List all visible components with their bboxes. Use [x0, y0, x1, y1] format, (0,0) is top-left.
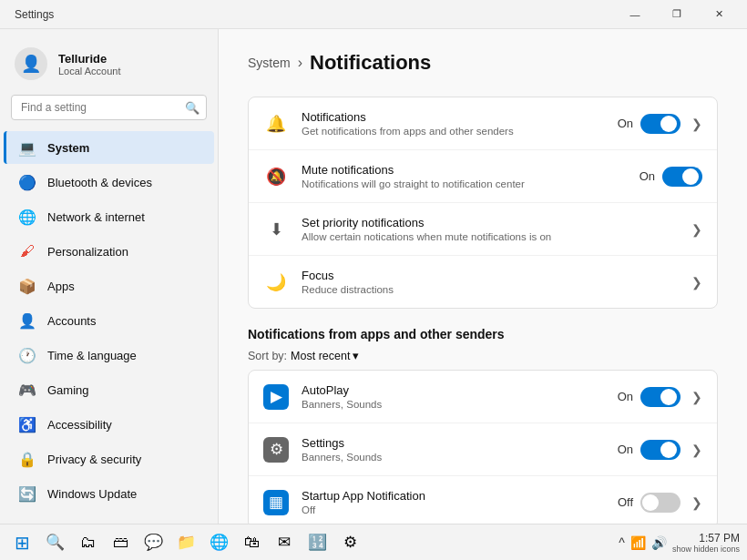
page-title: Notifications	[310, 51, 431, 75]
priority-desc: Allow certain notications when mute noti…	[302, 231, 675, 242]
bluetooth-nav-label: Bluetooth & devices	[47, 176, 152, 189]
clock[interactable]: 1:57 PM show hidden icons	[672, 532, 740, 554]
bluetooth-nav-icon: 🔵	[18, 173, 36, 191]
startup-text: Startup App Notification Off	[302, 489, 605, 515]
sidebar-item-accessibility[interactable]: ♿ Accessibility	[4, 408, 214, 441]
settings_app-control: On ❯	[618, 440, 702, 460]
settings_app-text: Settings Banners, Sounds	[302, 436, 605, 463]
start-button[interactable]: ⊞	[7, 528, 36, 557]
startup-chevron-icon: ❯	[691, 495, 702, 510]
settings_app-chevron-icon: ❯	[691, 443, 702, 457]
settings_app-title: Settings	[302, 436, 605, 450]
settings_app-toggle[interactable]	[640, 440, 680, 460]
settings_app-desc: Banners, Sounds	[302, 452, 605, 463]
sort-label: Sort by:	[248, 350, 287, 362]
network-tray-icon[interactable]: 📶	[630, 535, 646, 550]
settings_app-label: On	[618, 443, 633, 456]
update-nav-icon: 🔄	[18, 484, 36, 503]
minimize-button[interactable]: —	[614, 0, 656, 29]
accessibility-nav-label: Accessibility	[47, 418, 112, 432]
sidebar-item-system[interactable]: 💻 System	[4, 131, 214, 164]
sidebar-item-time[interactable]: 🕐 Time & language	[4, 339, 214, 372]
setting-row-mute[interactable]: 🔕 Mute notifications Notifications will …	[249, 150, 717, 203]
sort-dropdown[interactable]: Most recent ▾	[291, 349, 359, 362]
taskbar-mail[interactable]: ✉	[270, 528, 299, 557]
mute-desc: Notifications will go straight to notifi…	[302, 178, 627, 189]
sidebar-item-apps[interactable]: 📦 Apps	[4, 270, 214, 302]
taskbar-settings-pinned[interactable]: ⚙	[335, 528, 364, 557]
focus-text: Focus Reduce distractions	[302, 269, 675, 295]
taskbar-store[interactable]: 🛍	[237, 528, 266, 557]
volume-tray-icon[interactable]: 🔊	[651, 535, 667, 550]
startup-desc: Off	[302, 504, 605, 515]
system-nav-label: System	[47, 141, 89, 155]
mute-icon: 🔕	[263, 164, 289, 189]
taskbar-teams[interactable]: 💬	[138, 528, 168, 557]
gaming-nav-icon: 🎮	[18, 381, 36, 399]
mute-title: Mute notifications	[302, 163, 627, 177]
startup-toggle[interactable]	[640, 493, 680, 513]
app-row-settings_app[interactable]: ⚙ Settings Banners, Sounds On ❯	[249, 423, 717, 476]
apps-settings-card: ▶ AutoPlay Banners, Sounds On ❯ ⚙ Settin…	[248, 370, 718, 529]
search-icon: 🔍	[185, 101, 200, 115]
accessibility-nav-icon: ♿	[18, 415, 36, 433]
taskbar-calc[interactable]: 🔢	[302, 528, 332, 557]
search-taskbar-icon[interactable]: 🔍	[40, 528, 69, 557]
clock-time: 1:57 PM	[672, 532, 740, 545]
priority-text: Set priority notifications Allow certain…	[302, 216, 675, 242]
titlebar: Settings — ❐ ✕	[0, 0, 747, 29]
personalization-nav-label: Personalization	[47, 245, 128, 259]
sidebar-item-update[interactable]: 🔄 Windows Update	[4, 477, 214, 510]
sidebar-item-bluetooth[interactable]: 🔵 Bluetooth & devices	[4, 166, 214, 199]
notifications-chevron-icon: ❯	[691, 117, 702, 131]
taskbar-widgets[interactable]: 🗃	[106, 528, 135, 557]
taskbar-left: ⊞ 🔍 🗂 🗃 💬 📁 🌐 🛍 ✉ 🔢 ⚙	[7, 528, 364, 557]
taskbar: ⊞ 🔍 🗂 🗃 💬 📁 🌐 🛍 ✉ 🔢 ⚙ ^ 📶 🔊 1:57 PM show…	[0, 524, 747, 560]
notifications-toggle[interactable]	[640, 114, 680, 134]
show-hidden-icons[interactable]: ^	[619, 535, 625, 550]
setting-row-focus[interactable]: 🌙 Focus Reduce distractions ❯	[249, 256, 717, 308]
startup-app-icon: ▦	[263, 490, 289, 515]
notifications-control: On ❯	[618, 114, 702, 134]
breadcrumb-separator: ›	[298, 55, 302, 71]
autoplay-toggle[interactable]	[640, 387, 680, 407]
search-box: 🔍	[11, 95, 207, 120]
autoplay-desc: Banners, Sounds	[302, 399, 605, 410]
sidebar-item-personalization[interactable]: 🖌 Personalization	[4, 235, 214, 268]
sidebar-item-privacy[interactable]: 🔒 Privacy & security	[4, 443, 214, 475]
taskview-icon[interactable]: 🗂	[73, 528, 102, 557]
mute-text: Mute notifications Notifications will go…	[302, 163, 627, 189]
maximize-button[interactable]: ❐	[656, 0, 698, 29]
privacy-nav-label: Privacy & security	[47, 453, 141, 466]
time-nav-label: Time & language	[47, 349, 137, 362]
network-nav-icon: 🌐	[18, 208, 36, 226]
network-nav-label: Network & internet	[47, 210, 145, 224]
taskbar-explorer[interactable]: 📁	[171, 528, 200, 557]
personalization-nav-icon: 🖌	[18, 242, 36, 260]
breadcrumb-parent[interactable]: System	[248, 56, 291, 70]
taskbar-edge[interactable]: 🌐	[204, 528, 233, 557]
close-button[interactable]: ✕	[698, 0, 740, 29]
user-account-type: Local Account	[58, 66, 121, 76]
app-row-startup[interactable]: ▦ Startup App Notification Off Off ❯	[249, 476, 717, 528]
setting-row-priority[interactable]: ⬇ Set priority notifications Allow certa…	[249, 203, 717, 256]
autoplay-control: On ❯	[618, 387, 702, 407]
app-row-autoplay[interactable]: ▶ AutoPlay Banners, Sounds On ❯	[249, 371, 717, 423]
system-nav-icon: 💻	[18, 138, 36, 157]
apps-nav-icon: 📦	[18, 277, 36, 295]
priority-chevron-icon: ❯	[691, 222, 702, 237]
app-container: 👤 Telluride Local Account 🔍 💻 System 🔵 B…	[0, 29, 747, 560]
setting-row-notifications[interactable]: 🔔 Notifications Get notifications from a…	[249, 97, 717, 150]
sidebar-item-network[interactable]: 🌐 Network & internet	[4, 200, 214, 233]
sidebar: 👤 Telluride Local Account 🔍 💻 System 🔵 B…	[0, 29, 219, 560]
user-info: Telluride Local Account	[58, 52, 121, 76]
notifications-label: On	[618, 117, 633, 130]
startup-label: Off	[618, 495, 633, 509]
apps-section-title: Notifications from apps and other sender…	[248, 327, 718, 341]
search-input[interactable]	[11, 95, 207, 120]
notifications-title: Notifications	[302, 110, 605, 124]
mute-toggle[interactable]	[662, 167, 702, 187]
sidebar-item-accounts[interactable]: 👤 Accounts	[4, 304, 214, 337]
titlebar-controls: — ❐ ✕	[614, 0, 740, 29]
sidebar-item-gaming[interactable]: 🎮 Gaming	[4, 373, 214, 406]
